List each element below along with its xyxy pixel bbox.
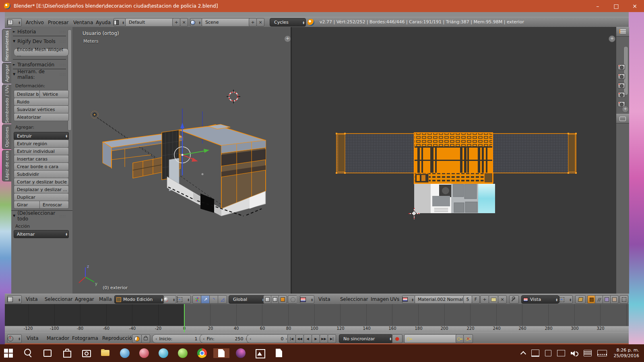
editor-type-timeline-button[interactable]: ▲▼ xyxy=(7,334,22,343)
menu-ayuda[interactable]: Ayuda xyxy=(94,17,112,27)
jump-to-end-button[interactable]: ▶| xyxy=(328,334,336,343)
manipulator-axes-toggle[interactable] xyxy=(192,295,202,304)
world-tab-icon[interactable] xyxy=(618,90,625,100)
timeline-track-area[interactable] xyxy=(5,304,629,326)
menu-3d-vista[interactable]: Vista xyxy=(24,294,39,304)
timeline-ruler[interactable]: -120 -100 -80 -60 -40 -20 0 20 40 60 80 … xyxy=(5,326,629,333)
tray-action-center-icon[interactable] xyxy=(584,350,592,356)
menu-procesar[interactable]: Procesar xyxy=(46,17,70,27)
search-icon[interactable] xyxy=(23,348,33,358)
scene-name-field[interactable]: Scene xyxy=(202,18,252,27)
keying-set-field[interactable] xyxy=(404,334,458,343)
strip-expand-button[interactable]: + xyxy=(622,106,629,113)
menu-tl-reproduccion[interactable]: Reproducción xyxy=(101,333,137,344)
uv-face-select-button[interactable] xyxy=(603,295,611,304)
uv-properties-expand-button[interactable]: + xyxy=(609,35,615,42)
menu-archivo[interactable]: Archivo xyxy=(24,17,45,27)
menu-tl-marcador[interactable]: Marcador xyxy=(45,333,71,344)
lock-icon[interactable] xyxy=(141,334,150,343)
extruir-individual-button[interactable]: Extruir individual xyxy=(14,147,69,155)
uv-sync-select-button[interactable] xyxy=(575,295,586,304)
photos-icon[interactable] xyxy=(255,348,265,358)
ruido-button[interactable]: Ruido xyxy=(14,98,69,106)
file-explorer-icon[interactable] xyxy=(101,348,110,358)
encode-mesh-widget-button[interactable]: Encode Mesh Widget ... xyxy=(14,48,69,56)
next-keyframe-button[interactable]: ▶▶ xyxy=(320,334,328,343)
scale-manipulator-button[interactable]: ◿ xyxy=(218,295,227,304)
store-icon[interactable] xyxy=(62,348,72,358)
display-mode-dropdown[interactable]: Vista ▲▼ xyxy=(521,295,559,304)
close-button[interactable]: × xyxy=(625,0,644,12)
insert-keyframe-button[interactable] xyxy=(456,334,464,343)
scene-browse-button[interactable]: ▲▼ xyxy=(190,18,202,27)
uv-snap-dropdown[interactable] xyxy=(619,295,628,304)
uv-island-select-button[interactable] xyxy=(610,295,619,304)
uv-image-editor[interactable] xyxy=(292,27,616,294)
pivot-point-dropdown[interactable]: ▲▼ xyxy=(177,295,191,304)
subdividir-button[interactable]: Subdividir xyxy=(14,170,69,178)
scene-delete-button[interactable]: × xyxy=(256,18,264,27)
minimize-button[interactable]: – xyxy=(588,0,607,12)
cortar-y-deslizar-bucle-button[interactable]: Cortar y deslizar bucle xyxy=(14,178,69,186)
panel-herram-de-mallas[interactable]: ▼Herram. de mallas::::: xyxy=(13,71,66,77)
menu-ventana[interactable]: Ventana xyxy=(72,17,95,27)
media-player-teal-icon[interactable] xyxy=(159,348,168,358)
paint-orb-icon[interactable] xyxy=(236,348,246,358)
screen-layout-browse-button[interactable]: ▲▼ xyxy=(114,18,126,27)
active-document-app[interactable] xyxy=(213,348,229,358)
crear-borde-o-cara-button[interactable]: Crear borde o cara xyxy=(14,162,69,171)
menu-uv-imagen[interactable]: Imagen xyxy=(369,294,390,304)
play-button[interactable]: ▶ xyxy=(312,334,320,343)
taskbar-clock[interactable]: 8:26 p. m. 25/09/2016 xyxy=(614,348,639,359)
render-tab-icon[interactable] xyxy=(618,62,625,72)
media-player-red-icon[interactable] xyxy=(139,348,149,358)
panel-rigify-dev-tools[interactable]: ▼Rigify Dev Tools:::: xyxy=(13,38,66,44)
girar-button[interactable]: Girar xyxy=(14,201,42,209)
properties-header[interactable] xyxy=(616,114,629,123)
editor-type-3d-button[interactable]: ▲▼ xyxy=(7,295,22,304)
tab-sombreado-uvs[interactable]: Sombreado / UVs xyxy=(2,84,12,123)
tab-lapiz-de-cera[interactable]: Lápiz de cera xyxy=(2,150,12,181)
auto-keyframe-record-button[interactable]: ● xyxy=(392,334,402,343)
layout-add-button[interactable]: + xyxy=(172,18,180,27)
face-select-button[interactable] xyxy=(279,295,287,304)
insertar-caras-button[interactable]: Insertar caras xyxy=(14,155,69,163)
mode-dropdown[interactable]: Modo Edición ▲▼ xyxy=(114,295,164,304)
scene-tab-icon[interactable] xyxy=(618,81,625,90)
duplicar-button[interactable]: Duplicar xyxy=(14,193,69,201)
editor-type-info-button[interactable]: i ▲▼ xyxy=(7,18,22,27)
uv-edge-select-button[interactable] xyxy=(595,295,603,304)
uv-vertex-select-button[interactable] xyxy=(587,295,596,304)
image-name-field[interactable]: Material.002 Normal xyxy=(415,295,466,304)
menu-tl-fotograma[interactable]: Fotograma xyxy=(70,333,100,344)
render-layers-tab-icon[interactable] xyxy=(618,72,625,81)
frame-start-field[interactable]: ‹ Inicio: 1 › xyxy=(152,334,204,343)
sync-mode-dropdown[interactable]: No sincronizar ▲▼ xyxy=(339,334,393,343)
translate-manipulator-button[interactable]: ↗ xyxy=(201,295,210,304)
tray-chevron-up-icon[interactable] xyxy=(521,351,526,356)
aleatorizar-button[interactable]: Aleatorizar xyxy=(14,113,69,121)
editor-type-uv-button[interactable]: ▲▼ xyxy=(300,295,314,304)
menu-uv-uvs[interactable]: UVs xyxy=(388,294,401,304)
jump-to-start-button[interactable]: |◀ xyxy=(287,334,296,343)
deslizar-vertice-button[interactable]: Vértice xyxy=(39,90,69,98)
document-icon[interactable] xyxy=(275,348,284,358)
panel-historia[interactable]: ►Historia:::: xyxy=(13,29,66,35)
layout-delete-button[interactable]: × xyxy=(180,18,188,27)
menu-uv-vista[interactable]: Vista xyxy=(317,294,332,304)
itunes-green-icon[interactable] xyxy=(178,348,188,358)
pin-button[interactable] xyxy=(509,295,519,304)
play-reverse-button[interactable]: ◀ xyxy=(303,334,312,343)
render-engine-dropdown[interactable]: Cycles ▲▼ xyxy=(270,18,306,27)
task-view-icon[interactable] xyxy=(43,348,52,358)
timeline-playhead[interactable] xyxy=(184,304,185,332)
menu-tl-vista[interactable]: Vista xyxy=(25,333,40,344)
viewport-3d[interactable]: z y Usuario (ortog) Meters (0) exterior xyxy=(72,27,291,294)
orientation-dropdown[interactable]: Global ▲▼ xyxy=(229,295,266,304)
vertex-select-button[interactable] xyxy=(263,295,272,304)
panel-deseleccionar-todo[interactable]: ▼(De)seleccionar todo:::: xyxy=(13,213,66,219)
tab-agregar[interactable]: Agregar xyxy=(2,63,12,84)
menu-3d-agregar[interactable]: Agregar xyxy=(73,294,96,304)
chrome-icon[interactable] xyxy=(197,348,207,358)
desplazar-y-deslizar-button[interactable]: Desplazar y deslizar ... xyxy=(14,185,69,193)
